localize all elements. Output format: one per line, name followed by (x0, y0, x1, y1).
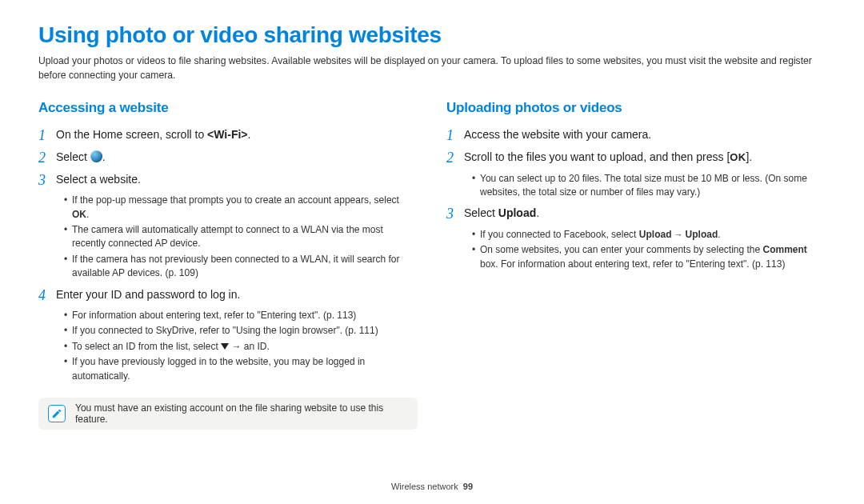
bullet-item: If the camera has not previously been co… (64, 253, 418, 281)
bullet-item: For information about entering text, ref… (64, 309, 418, 322)
text-part: box. For information about entering text… (480, 258, 785, 270)
bullet-item: If you connected to Facebook, select Upl… (472, 228, 826, 242)
left-column: Accessing a website 1 On the Home screen… (38, 100, 418, 430)
left-step-3: 3 Select a website. (38, 172, 418, 190)
step-text: Access the website with your camera. (464, 127, 651, 143)
text-part: On the Home screen, scroll to (56, 128, 207, 141)
text-part: On some websites, you can enter your com… (480, 244, 763, 255)
bullet-item: To select an ID from the list, select → … (64, 340, 418, 354)
right-step-3-bullets: If you connected to Facebook, select Upl… (446, 228, 826, 271)
step-text: Scroll to the files you want to upload, … (464, 150, 752, 166)
bullet-item: You can select up to 20 files. The total… (472, 172, 826, 200)
text-part: If the pop-up message that prompts you t… (72, 194, 399, 206)
globe-icon (90, 150, 102, 162)
pencil-note-icon (51, 408, 62, 419)
step-number: 2 (446, 150, 464, 167)
text-part: To select an ID from the list, select (72, 341, 221, 352)
left-step-3-bullets: If the pop-up message that prompts you t… (38, 194, 418, 280)
note-box: You must have an existing account on the… (38, 398, 418, 430)
arrow-text: → (671, 230, 685, 239)
ok-button-label: OK (730, 151, 746, 163)
page-title: Using photo or video sharing websites (38, 22, 826, 48)
comment-bold: Comment (763, 244, 807, 255)
step-number: 3 (446, 206, 464, 223)
text-part: Select (56, 150, 90, 163)
step-number: 2 (38, 150, 56, 167)
text-part: If you connected to Facebook, select (480, 229, 639, 240)
text-part: . (536, 206, 539, 219)
right-step-2: 2 Scroll to the files you want to upload… (446, 150, 826, 167)
step-text: Select a website. (56, 172, 141, 188)
ok-label: OK (72, 209, 86, 220)
text-part: . (102, 150, 106, 163)
right-heading: Uploading photos or videos (446, 100, 826, 116)
two-column-layout: Accessing a website 1 On the Home screen… (38, 100, 826, 430)
text-part: → an ID. (229, 341, 270, 352)
text-part: Scroll to the files you want to upload, … (464, 150, 730, 163)
intro-text: Upload your photos or videos to file sha… (38, 54, 826, 82)
left-step-4: 4 Enter your ID and password to log in. (38, 287, 418, 305)
footer-section-label: Wireless network (391, 482, 458, 491)
step-number: 4 (38, 287, 56, 305)
left-heading: Accessing a website (38, 100, 418, 116)
note-icon (48, 405, 66, 422)
page-footer: Wireless network 99 (0, 482, 864, 491)
bullet-item: On some websites, you can enter your com… (472, 243, 826, 271)
left-step-4-bullets: For information about entering text, ref… (38, 309, 418, 383)
upload-label: Upload (498, 206, 536, 219)
step-number: 1 (446, 127, 464, 145)
step-number: 1 (38, 127, 56, 145)
bullet-item: If the pop-up message that prompts you t… (64, 194, 418, 222)
right-step-3: 3 Select Upload. (446, 206, 826, 223)
right-column: Uploading photos or videos 1 Access the … (446, 100, 826, 430)
text-part: Select (464, 206, 498, 219)
wifi-label: <Wi-Fi> (207, 128, 247, 141)
left-step-1: 1 On the Home screen, scroll to <Wi-Fi>. (38, 127, 418, 145)
upload-bold: Upload (686, 229, 718, 240)
down-triangle-icon (221, 343, 229, 350)
bullet-item: The camera will automatically attempt to… (64, 223, 418, 251)
step-text: On the Home screen, scroll to <Wi-Fi>. (56, 127, 250, 143)
bullet-item: If you connected to SkyDrive, refer to "… (64, 324, 418, 338)
text-part: . (718, 229, 720, 240)
note-text: You must have an existing account on the… (75, 402, 408, 425)
right-step-1: 1 Access the website with your camera. (446, 127, 826, 145)
left-step-2: 2 Select . (38, 150, 418, 167)
step-text: Enter your ID and password to log in. (56, 287, 240, 303)
right-step-2-bullets: You can select up to 20 files. The total… (446, 172, 826, 200)
step-text: Select Upload. (464, 206, 539, 222)
footer-page-number: 99 (463, 482, 473, 491)
text-part: . (86, 209, 89, 220)
upload-bold: Upload (639, 229, 672, 240)
step-number: 3 (38, 172, 56, 190)
bullet-item: If you have previously logged in to the … (64, 355, 418, 383)
text-part: ]. (746, 150, 752, 163)
text-part: . (248, 128, 251, 141)
step-text: Select . (56, 150, 106, 166)
